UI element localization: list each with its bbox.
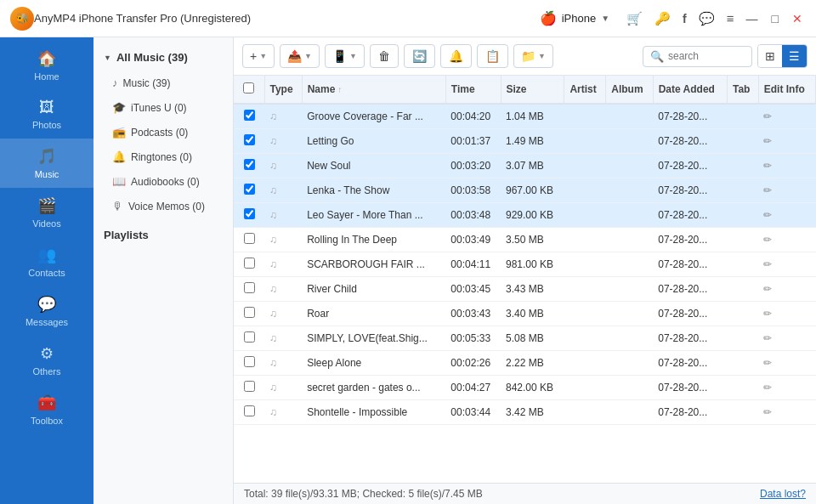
search-input[interactable] [668, 50, 745, 62]
row-edit[interactable]: ✏ [758, 302, 815, 326]
row-edit[interactable]: ✏ [758, 326, 815, 351]
subcategory-audiobooks[interactable]: 📖 Audiobooks (0) [94, 169, 233, 194]
edit-icon[interactable]: ✏ [763, 283, 772, 295]
sidebar-item-others[interactable]: ⚙ Others [0, 336, 94, 385]
minimize-button[interactable]: — [743, 12, 762, 25]
row-checkbox[interactable] [244, 381, 255, 392]
row-album [606, 252, 653, 277]
list-view-button[interactable]: ☰ [782, 45, 807, 67]
edit-icon[interactable]: ✏ [763, 184, 772, 196]
all-music-category[interactable]: ▼ All Music (39) [94, 44, 233, 71]
row-checkbox[interactable] [244, 405, 255, 416]
edit-icon[interactable]: ✏ [763, 308, 772, 320]
edit-icon[interactable]: ✏ [763, 332, 772, 344]
delete-button[interactable]: 🗑 [370, 44, 399, 68]
row-edit[interactable]: ✏ [758, 129, 815, 154]
copy-button[interactable]: 📋 [477, 44, 508, 68]
col-name[interactable]: Name [302, 76, 445, 104]
select-all-checkbox[interactable] [243, 82, 254, 93]
row-checkbox-cell[interactable] [234, 203, 264, 228]
refresh-button[interactable]: 🔄 [404, 44, 435, 68]
menu-icon[interactable]: ≡ [727, 11, 734, 25]
row-checkbox-cell[interactable] [234, 302, 264, 326]
row-edit[interactable]: ✏ [758, 154, 815, 178]
row-type: ♫ [264, 104, 302, 129]
sidebar-label-contacts: Contacts [28, 268, 65, 278]
row-edit[interactable]: ✏ [758, 178, 815, 203]
edit-icon[interactable]: ✏ [763, 135, 772, 147]
row-edit[interactable]: ✏ [758, 203, 815, 228]
row-checkbox-cell[interactable] [234, 252, 264, 277]
subcategory-ringtones[interactable]: 🔔 Ringtones (0) [94, 144, 233, 169]
notification-button[interactable]: 🔔 [440, 44, 472, 68]
cart-icon[interactable]: 🛒 [626, 11, 643, 26]
device-selector[interactable]: 🍎 iPhone ▼ [540, 10, 609, 26]
maximize-button[interactable]: □ [768, 12, 782, 25]
edit-icon[interactable]: ✏ [763, 160, 772, 172]
close-button[interactable]: ✕ [789, 12, 806, 25]
sidebar-item-home[interactable]: 🏠 Home [0, 41, 94, 90]
edit-icon[interactable]: ✏ [763, 357, 772, 369]
folder-button[interactable]: 📁 ▼ [513, 44, 553, 68]
row-checkbox-cell[interactable] [234, 400, 264, 425]
table-row: ♫ Roar 00:03:43 3.40 MB 07-28-20... ✏ [234, 302, 816, 326]
sidebar-item-messages[interactable]: 💬 Messages [0, 286, 94, 336]
row-checkbox[interactable] [244, 258, 255, 269]
subcategory-podcasts[interactable]: 📻 Podcasts (0) [94, 120, 233, 144]
row-checkbox[interactable] [244, 282, 255, 293]
row-time: 00:03:43 [445, 302, 501, 326]
subcategory-voice-memos[interactable]: 🎙 Voice Memos (0) [94, 194, 233, 218]
row-edit[interactable]: ✏ [758, 228, 815, 252]
edit-icon[interactable]: ✏ [763, 382, 772, 394]
row-checkbox[interactable] [244, 208, 255, 219]
row-checkbox-cell[interactable] [234, 178, 264, 203]
sidebar-item-music[interactable]: 🎵 Music [0, 139, 94, 188]
subcategory-music[interactable]: ♪ Music (39) [94, 71, 233, 95]
facebook-icon[interactable]: f [683, 12, 687, 25]
row-edit[interactable]: ✏ [758, 400, 815, 425]
row-checkbox[interactable] [244, 110, 255, 121]
row-edit[interactable]: ✏ [758, 104, 815, 129]
subcategory-itunes-u[interactable]: 🎓 iTunes U (0) [94, 95, 233, 120]
sidebar-item-contacts[interactable]: 👥 Contacts [0, 237, 94, 286]
row-edit[interactable]: ✏ [758, 277, 815, 302]
row-checkbox-cell[interactable] [234, 376, 264, 400]
table-header-row: Type Name Time Size Artist Album Date Ad… [234, 76, 816, 104]
row-edit[interactable]: ✏ [758, 376, 815, 400]
key-icon[interactable]: 🔑 [654, 11, 671, 26]
row-checkbox-cell[interactable] [234, 326, 264, 351]
row-checkbox[interactable] [244, 356, 255, 367]
row-checkbox[interactable] [244, 233, 255, 244]
data-lost-link[interactable]: Data lost? [760, 488, 806, 500]
chat-icon[interactable]: 💬 [699, 11, 715, 26]
row-checkbox-cell[interactable] [234, 154, 264, 178]
music-type-icon: ♫ [269, 184, 277, 196]
row-edit[interactable]: ✏ [758, 351, 815, 376]
edit-icon[interactable]: ✏ [763, 110, 772, 122]
music-type-icon: ♫ [269, 110, 277, 122]
row-checkbox-cell[interactable] [234, 129, 264, 154]
row-checkbox-cell[interactable] [234, 351, 264, 376]
add-button[interactable]: + ▼ [242, 44, 275, 68]
edit-icon[interactable]: ✏ [763, 258, 772, 270]
edit-icon[interactable]: ✏ [763, 209, 772, 221]
row-checkbox-cell[interactable] [234, 228, 264, 252]
sidebar-item-videos[interactable]: 🎬 Videos [0, 188, 94, 237]
row-checkbox-cell[interactable] [234, 104, 264, 129]
export-button[interactable]: 📤 ▼ [280, 44, 320, 68]
transfer-button[interactable]: 📱 ▼ [325, 44, 365, 68]
row-checkbox[interactable] [244, 159, 255, 170]
row-checkbox[interactable] [244, 134, 255, 145]
row-checkbox[interactable] [244, 184, 255, 195]
row-edit[interactable]: ✏ [758, 252, 815, 277]
grid-view-button[interactable]: ⊞ [758, 45, 782, 67]
edit-icon[interactable]: ✏ [763, 406, 772, 418]
row-checkbox[interactable] [244, 307, 255, 318]
row-artist [564, 277, 606, 302]
row-checkbox-cell[interactable] [234, 277, 264, 302]
edit-icon[interactable]: ✏ [763, 234, 772, 246]
row-tab [727, 228, 758, 252]
sidebar-item-toolbox[interactable]: 🧰 Toolbox [0, 385, 94, 434]
row-checkbox[interactable] [244, 331, 255, 343]
sidebar-item-photos[interactable]: 🖼 Photos [0, 90, 94, 139]
